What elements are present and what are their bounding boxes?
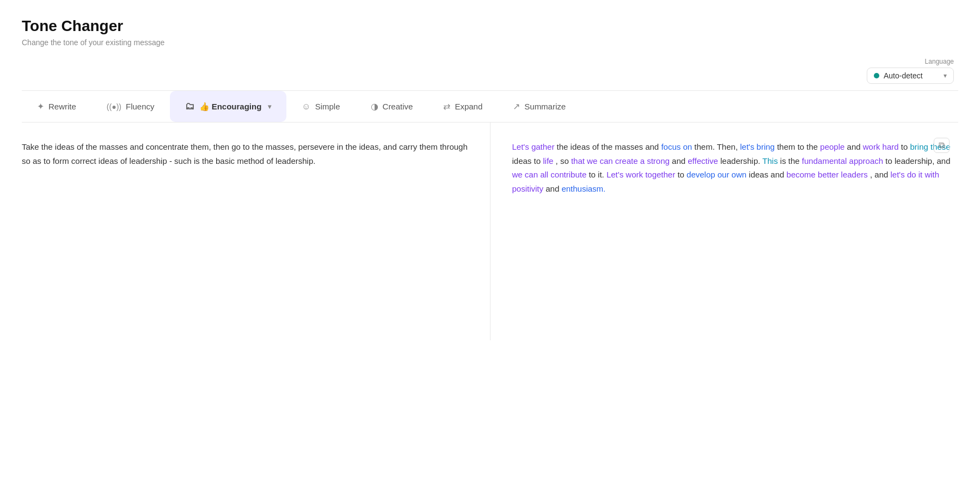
language-dropdown-inner: Auto-detect bbox=[874, 71, 923, 80]
output-word-9: work hard bbox=[863, 142, 899, 151]
output-word-30: , and bbox=[870, 170, 891, 179]
content-area: Take the ideas of the masses and concent… bbox=[22, 122, 958, 340]
output-word-1: Let's gather bbox=[512, 142, 555, 151]
output-word-7: people bbox=[820, 142, 844, 151]
output-word-15: that we can create a strong bbox=[571, 156, 670, 166]
output-word-14: , so bbox=[556, 156, 571, 166]
briefcase-icon: 🗂 bbox=[185, 101, 195, 112]
output-word-19: This bbox=[762, 156, 777, 166]
toolbar-item-expand[interactable]: ⇄ Expand bbox=[428, 91, 498, 121]
encouraging-chevron-icon: ▾ bbox=[268, 103, 271, 111]
output-word-13: life bbox=[543, 156, 553, 166]
toolbar-item-simple[interactable]: ☺ Simple bbox=[286, 92, 355, 121]
output-word-23: we can all contribute bbox=[512, 170, 587, 179]
output-word-2: the ideas of the masses and bbox=[557, 142, 661, 151]
creative-icon: ◑ bbox=[371, 101, 378, 112]
expand-icon: ⇄ bbox=[443, 101, 450, 112]
output-word-29: become better leaders bbox=[787, 170, 868, 179]
input-text: Take the ideas of the masses and concent… bbox=[22, 140, 468, 168]
language-dropdown[interactable]: Auto-detect ▾ bbox=[867, 68, 954, 84]
output-word-3: focus on bbox=[661, 142, 692, 151]
creative-label: Creative bbox=[383, 102, 413, 111]
chevron-down-icon: ▾ bbox=[944, 72, 947, 79]
output-word-20: is the bbox=[780, 156, 802, 166]
output-word-18: leadership. bbox=[720, 156, 762, 166]
output-word-21: fundamental approach bbox=[802, 156, 883, 166]
toolbar-item-rewrite[interactable]: ✦ Rewrite bbox=[22, 91, 91, 121]
language-label: Language bbox=[925, 58, 954, 65]
page-title: Tone Changer bbox=[22, 17, 958, 35]
output-word-17: effective bbox=[688, 156, 718, 166]
output-word-12: ideas to bbox=[512, 156, 543, 166]
output-word-26: to bbox=[677, 170, 687, 179]
output-word-33: enthusiasm. bbox=[561, 184, 605, 193]
page-wrapper: Tone Changer Change the tone of your exi… bbox=[0, 0, 980, 490]
summarize-icon: ↗ bbox=[513, 101, 520, 112]
rewrite-label: Rewrite bbox=[48, 102, 76, 111]
output-word-22: to leadership, and bbox=[885, 156, 950, 166]
output-panel: ⧉ Let's gather the ideas of the masses a… bbox=[491, 122, 959, 340]
output-word-24: to it. bbox=[589, 170, 607, 179]
output-word-6: them to the bbox=[777, 142, 820, 151]
toolbar-item-summarize[interactable]: ↗ Summarize bbox=[498, 91, 581, 121]
language-section: Language Auto-detect ▾ bbox=[867, 58, 954, 84]
toolbar: ✦ Rewrite ((●)) Fluency 🗂 👍 Encouraging … bbox=[22, 90, 958, 122]
fluency-icon: ((●)) bbox=[107, 102, 121, 111]
copy-icon: ⧉ bbox=[939, 140, 945, 150]
output-word-4: them. Then, bbox=[694, 142, 740, 151]
encouraging-label: 👍 Encouraging bbox=[199, 102, 262, 112]
input-panel: Take the ideas of the masses and concent… bbox=[22, 122, 491, 340]
output-word-27: develop our own bbox=[687, 170, 746, 179]
rewrite-icon: ✦ bbox=[37, 101, 44, 112]
expand-label: Expand bbox=[455, 102, 482, 111]
toolbar-item-creative[interactable]: ◑ Creative bbox=[356, 91, 428, 121]
summarize-label: Summarize bbox=[524, 102, 566, 111]
output-word-8: and bbox=[847, 142, 863, 151]
output-word-5: let's bring bbox=[740, 142, 775, 151]
output-word-28: ideas and bbox=[749, 170, 786, 179]
output-text: Let's gather the ideas of the masses and… bbox=[512, 140, 959, 195]
language-dot bbox=[874, 73, 879, 78]
simple-icon: ☺ bbox=[302, 102, 310, 112]
output-word-10: to bbox=[901, 142, 910, 151]
header: Tone Changer Change the tone of your exi… bbox=[22, 17, 958, 47]
output-word-16: and bbox=[672, 156, 688, 166]
page-subtitle: Change the tone of your existing message bbox=[22, 38, 958, 47]
language-selected: Auto-detect bbox=[884, 71, 923, 80]
toolbar-item-fluency[interactable]: ((●)) Fluency bbox=[91, 92, 170, 121]
output-word-32: and bbox=[546, 184, 561, 193]
fluency-label: Fluency bbox=[126, 102, 155, 111]
toolbar-item-encouraging[interactable]: 🗂 👍 Encouraging ▾ bbox=[170, 91, 287, 122]
copy-button[interactable]: ⧉ bbox=[934, 138, 950, 153]
output-word-25: Let's work together bbox=[607, 170, 675, 179]
top-row: Language Auto-detect ▾ bbox=[22, 58, 958, 84]
simple-label: Simple bbox=[315, 102, 340, 111]
